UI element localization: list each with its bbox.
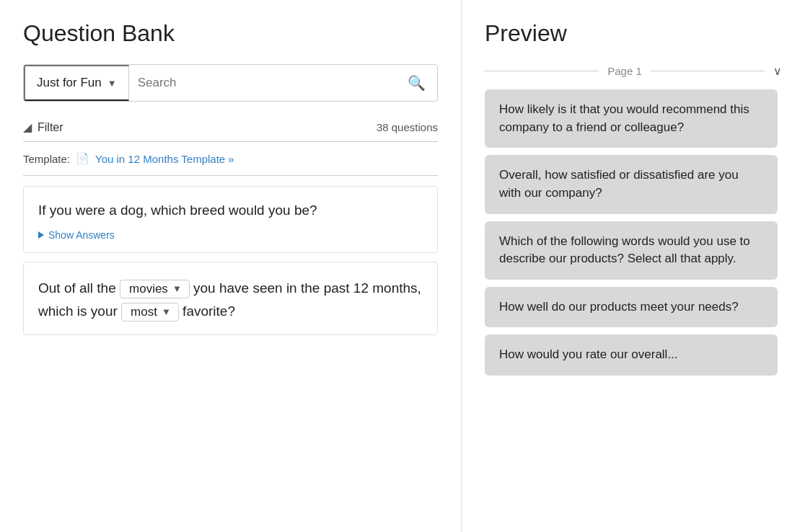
search-input[interactable] xyxy=(138,76,387,90)
page-title: Question Bank xyxy=(23,20,438,47)
page-header: Page 1 ∨ xyxy=(485,64,782,78)
triangle-icon xyxy=(38,231,44,239)
preview-question-card: Overall, how satisfied or dissatisfied a… xyxy=(485,155,778,213)
preview-question-card: Which of the following words would you u… xyxy=(485,221,778,280)
filter-button[interactable]: ◢ Filter xyxy=(23,120,63,134)
inline-select-movies-caret: ▼ xyxy=(172,283,182,294)
inline-select-movies[interactable]: movies ▼ xyxy=(120,280,190,298)
category-dropdown[interactable]: Just for Fun ▼ xyxy=(24,65,129,101)
page-label: Page 1 xyxy=(607,65,642,77)
filter-icon: ◢ xyxy=(23,120,32,134)
inline-select-movies-label: movies xyxy=(129,282,168,296)
show-answers-button[interactable]: Show Answers xyxy=(38,229,115,241)
inline-text-after: favorite? xyxy=(182,303,235,319)
template-link[interactable]: You in 12 Months Template » xyxy=(95,153,234,165)
template-label: Template: xyxy=(23,153,70,165)
preview-question-card: How well do our products meet your needs… xyxy=(485,287,778,328)
question-count: 38 questions xyxy=(377,121,438,133)
preview-question-text: How likely is it that you would recommen… xyxy=(499,102,749,134)
page-line-left xyxy=(485,71,599,71)
search-input-wrap xyxy=(129,76,396,90)
dropdown-caret-icon: ▼ xyxy=(107,78,117,89)
preview-title: Preview xyxy=(485,20,782,47)
preview-question-text: Overall, how satisfied or dissatisfied a… xyxy=(499,168,739,200)
template-row: Template: 📄 You in 12 Months Template » xyxy=(23,152,438,176)
page-chevron-icon[interactable]: ∨ xyxy=(773,64,782,78)
search-row: Just for Fun ▼ 🔍 xyxy=(23,64,438,102)
filter-row: ◢ Filter 38 questions xyxy=(23,113,438,142)
category-dropdown-label: Just for Fun xyxy=(37,76,102,90)
question-card: If you were a dog, which breed would you… xyxy=(23,186,438,253)
preview-question-card-partial: How would you rate our overall... xyxy=(485,334,778,376)
questions-list: If you were a dog, which breed would you… xyxy=(23,186,438,512)
inline-select-most[interactable]: most ▼ xyxy=(121,303,179,322)
search-icon: 🔍 xyxy=(408,74,426,92)
question-bank-panel: Question Bank Just for Fun ▼ 🔍 ◢ Filter … xyxy=(0,0,462,532)
preview-panel: Preview Page 1 ∨ How likely is it that y… xyxy=(462,0,805,532)
inline-select-most-caret: ▼ xyxy=(162,306,171,317)
inline-question-text: Out of all the movies ▼ you have seen in… xyxy=(38,277,423,324)
question-card-inline: Out of all the movies ▼ you have seen in… xyxy=(23,262,438,336)
preview-questions-list: How likely is it that you would recommen… xyxy=(485,89,782,512)
question-text: If you were a dog, which breed would you… xyxy=(38,201,423,221)
show-answers-label: Show Answers xyxy=(48,229,115,241)
inline-select-most-label: most xyxy=(131,305,157,319)
inline-text-before: Out of all the xyxy=(38,280,116,296)
preview-question-text: How would you rate our overall... xyxy=(499,347,678,361)
template-doc-icon: 📄 xyxy=(76,152,89,165)
page-line-right xyxy=(651,71,765,71)
preview-question-card: How likely is it that you would recommen… xyxy=(485,89,778,148)
search-icon-button[interactable]: 🔍 xyxy=(396,74,437,92)
preview-question-text: How well do our products meet your needs… xyxy=(499,300,739,314)
filter-label: Filter xyxy=(38,121,63,134)
preview-question-text: Which of the following words would you u… xyxy=(499,234,750,266)
